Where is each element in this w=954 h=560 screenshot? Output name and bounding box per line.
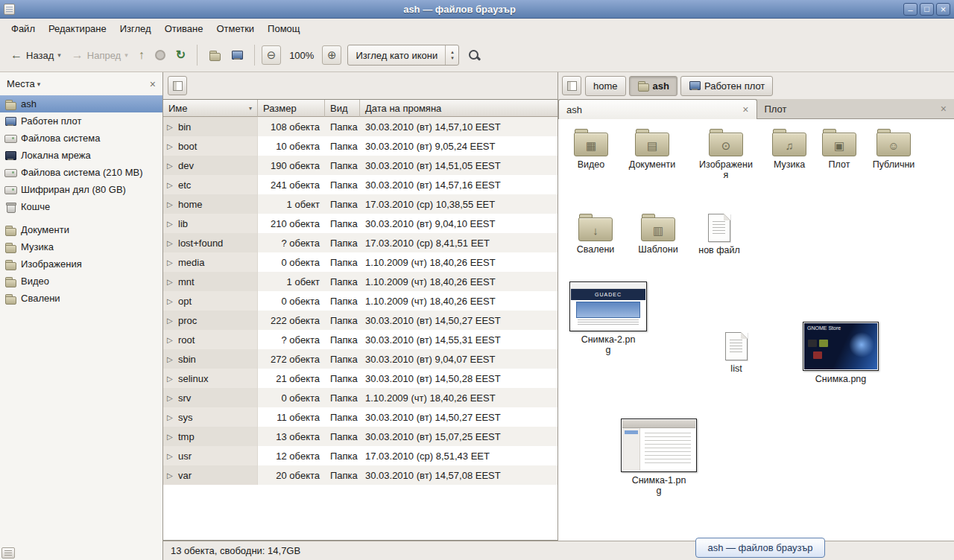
icon-grid-item[interactable]: GUADEC GNOME Store <box>619 419 698 497</box>
table-row[interactable]: sys 11 обекта Папка 30.03.2010 (вт) 14,5… <box>163 407 557 427</box>
icon-grid-item[interactable]: GUADEC GNOME Store <box>713 332 759 374</box>
expander-icon[interactable] <box>167 316 175 325</box>
sidebar-item[interactable]: Работен плот <box>0 112 162 130</box>
reload-button[interactable] <box>171 43 190 67</box>
column-header-name[interactable]: Име <box>163 100 258 117</box>
expander-icon[interactable] <box>167 278 175 286</box>
table-row[interactable]: mnt 1 обект Папка 1.10.2009 (чт) 18,40,2… <box>163 272 557 291</box>
path-button[interactable]: ash <box>629 76 677 96</box>
table-row[interactable]: media 0 обекта Папка 1.10.2009 (чт) 18,4… <box>163 252 557 272</box>
icon-grid-item[interactable]: ▤ GUADEC <box>621 129 683 170</box>
taskbar-window-button[interactable]: ash — файлов браузър <box>695 538 825 558</box>
expander-icon[interactable] <box>167 355 175 363</box>
menu-item[interactable]: Файл <box>4 20 42 37</box>
table-row[interactable]: usr 12 обекта Папка 17.03.2010 (ср) 8,51… <box>163 446 557 465</box>
maximize-button[interactable] <box>920 3 934 16</box>
icon-grid-item[interactable]: GUADEC GNOME Store <box>801 322 880 384</box>
sidebar-resize-grip[interactable] <box>1 547 15 559</box>
sidebar-item[interactable]: ash <box>0 95 162 112</box>
expander-icon[interactable] <box>167 336 175 344</box>
zoom-in-button[interactable] <box>322 45 341 65</box>
table-row[interactable]: sbin 272 обекта Папка 30.03.2010 (вт) 9,… <box>163 349 557 369</box>
back-button[interactable]: Назад <box>6 43 66 67</box>
column-header-date[interactable]: Дата на промяна <box>360 100 557 117</box>
menu-item[interactable]: Редактиране <box>42 20 113 37</box>
sidebar-close-icon[interactable] <box>150 78 156 90</box>
tab-ash[interactable]: ash <box>558 99 757 119</box>
icon-grid-item[interactable]: ▥ GUADEC <box>627 214 689 255</box>
minimize-button[interactable] <box>903 3 917 16</box>
expander-icon[interactable] <box>167 220 175 228</box>
expander-icon[interactable] <box>167 413 175 421</box>
icon-grid-item[interactable]: ⊙ GUADEC <box>694 129 758 181</box>
expander-icon[interactable] <box>167 452 175 460</box>
menu-item[interactable]: Помощ <box>261 20 306 37</box>
icon-grid-item[interactable]: GUADEC GNOME Store <box>569 281 648 356</box>
sidebar-item[interactable]: Свалени <box>0 290 162 307</box>
up-button[interactable] <box>134 43 149 67</box>
sidebar-item[interactable]: Локална мрежа <box>0 147 162 164</box>
stop-button[interactable] <box>151 43 170 67</box>
expander-icon[interactable] <box>167 162 175 170</box>
table-row[interactable]: opt 0 обекта Папка 1.10.2009 (чт) 18,40,… <box>163 291 557 311</box>
sidebar-item[interactable]: Видео <box>0 273 162 290</box>
close-button[interactable] <box>936 3 950 16</box>
expander-icon[interactable] <box>167 471 175 480</box>
menu-item[interactable]: Изглед <box>113 20 158 37</box>
forward-button[interactable]: Напред <box>67 43 133 67</box>
table-row[interactable]: lost+found ? обекта Папка 17.03.2010 (ср… <box>163 233 557 252</box>
view-mode-select[interactable]: Изглед като икони <box>347 45 459 66</box>
table-row[interactable]: home 1 обект Папка 17.03.2010 (ср) 10,38… <box>163 194 557 214</box>
expander-icon[interactable] <box>167 123 175 131</box>
menu-item[interactable]: Отиване <box>158 20 210 37</box>
table-row[interactable]: bin 108 обекта Папка 30.03.2010 (вт) 14,… <box>163 117 557 136</box>
sidebar-item[interactable]: Кошче <box>0 198 162 215</box>
icon-grid-item[interactable]: ☺ GUADEC <box>862 129 925 170</box>
pane-location-button[interactable] <box>562 76 581 95</box>
column-header-size[interactable]: Размер <box>258 100 325 117</box>
table-row[interactable]: var 20 обекта Папка 30.03.2010 (вт) 14,5… <box>163 465 557 485</box>
expander-icon[interactable] <box>167 394 175 402</box>
path-button[interactable]: home <box>585 76 626 96</box>
sidebar-item[interactable]: Шифриран дял (80 GB) <box>0 181 162 198</box>
table-row[interactable]: root ? обекта Папка 30.03.2010 (вт) 14,5… <box>163 330 557 349</box>
zoom-out-button[interactable] <box>262 45 281 65</box>
expander-icon[interactable] <box>167 433 175 441</box>
home-button[interactable] <box>204 43 225 67</box>
icon-grid-item[interactable]: ♫ GUADEC <box>758 129 821 170</box>
pane-location-button[interactable] <box>168 76 187 95</box>
sidebar-item[interactable]: Документи <box>0 221 162 238</box>
icon-grid-item[interactable]: ▦ GUADEC <box>560 129 622 170</box>
sidebar-item[interactable]: Файлова система (210 MB) <box>0 164 162 181</box>
search-icon[interactable] <box>468 49 481 62</box>
column-header-type[interactable]: Вид <box>325 100 360 117</box>
table-row[interactable]: srv 0 обекта Папка 1.10.2009 (чт) 18,40,… <box>163 388 557 407</box>
table-row[interactable]: selinux 21 обекта Папка 30.03.2010 (вт) … <box>163 369 557 388</box>
sidebar-item[interactable]: Изображения <box>0 255 162 273</box>
menu-item[interactable]: Отметки <box>209 20 261 37</box>
icon-grid-item[interactable]: ▣ GUADEC <box>813 129 865 170</box>
combo-spinner-icon[interactable] <box>445 45 458 65</box>
table-row[interactable]: dev 190 обекта Папка 30.03.2010 (вт) 14,… <box>163 156 557 175</box>
path-button[interactable]: Работен плот <box>680 76 773 96</box>
expander-icon[interactable] <box>167 297 175 305</box>
table-row[interactable]: boot 10 обекта Папка 30.03.2010 (вт) 9,0… <box>163 136 557 156</box>
computer-button[interactable] <box>227 43 247 67</box>
table-row[interactable]: etc 241 обекта Папка 30.03.2010 (вт) 14,… <box>163 175 557 194</box>
expander-icon[interactable] <box>167 181 175 189</box>
icon-grid-item[interactable]: ↓ GUADEC <box>564 214 627 255</box>
expander-icon[interactable] <box>167 142 175 150</box>
expander-icon[interactable] <box>167 200 175 209</box>
back-history-chevron-icon[interactable] <box>57 51 61 59</box>
tab-close-icon[interactable] <box>742 104 748 115</box>
expander-icon[interactable] <box>167 239 175 247</box>
table-row[interactable]: lib 210 обекта Папка 30.03.2010 (вт) 9,0… <box>163 214 557 233</box>
expander-icon[interactable] <box>167 258 175 267</box>
icon-grid-item[interactable]: GUADEC GNOME Store <box>688 214 751 255</box>
tab-desktop[interactable]: Плот <box>757 99 954 119</box>
sidebar-mode-chevron-icon[interactable] <box>37 80 41 88</box>
sidebar-item[interactable]: Файлова система <box>0 130 162 147</box>
table-row[interactable]: proc 222 обекта Папка 30.03.2010 (вт) 14… <box>163 311 557 330</box>
tab-close-icon[interactable] <box>941 104 947 114</box>
expander-icon[interactable] <box>167 375 175 383</box>
